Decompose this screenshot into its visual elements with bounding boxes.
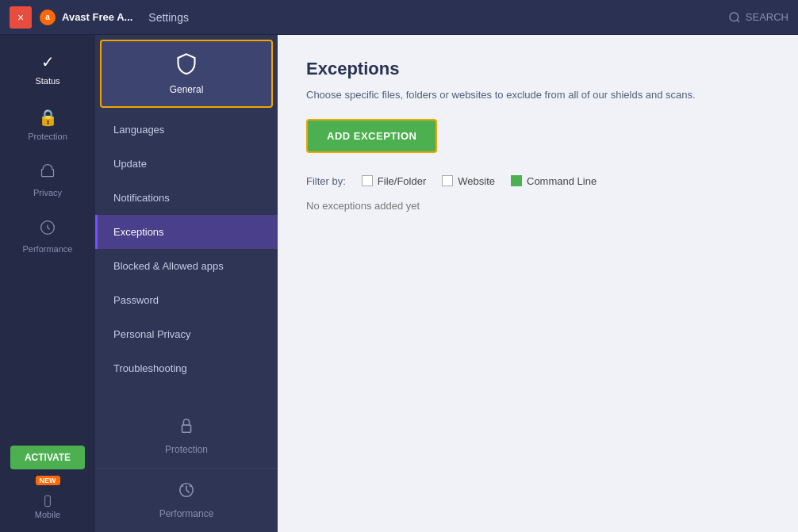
sidebar-item-privacy[interactable]: Privacy bbox=[0, 152, 95, 209]
submenu: Languages Update Notifications Exception… bbox=[95, 113, 278, 404]
page-title: Exceptions bbox=[306, 59, 769, 79]
submenu-languages[interactable]: Languages bbox=[95, 113, 278, 147]
file-folder-label: File/Folder bbox=[378, 175, 426, 187]
submenu-notifications[interactable]: Notifications bbox=[95, 181, 278, 215]
sidebar-item-status[interactable]: ✓ Status bbox=[0, 41, 95, 97]
mobile-icon bbox=[41, 495, 54, 507]
submenu-personal-privacy[interactable]: Personal Privacy bbox=[95, 317, 278, 351]
content-description: Choose specific files, folders or websit… bbox=[306, 87, 769, 103]
submenu-update[interactable]: Update bbox=[95, 147, 278, 181]
nav-protection-header[interactable]: Protection bbox=[95, 404, 278, 469]
filter-file-folder[interactable]: File/Folder bbox=[362, 175, 426, 187]
submenu-troubleshooting[interactable]: Troubleshooting bbox=[95, 351, 278, 385]
mobile-label: Mobile bbox=[35, 510, 60, 519]
privacy-icon bbox=[40, 163, 56, 183]
website-label: Website bbox=[458, 175, 495, 187]
status-icon: ✓ bbox=[41, 52, 55, 71]
nav-panel: General Languages Update Notifications E… bbox=[95, 35, 278, 532]
command-line-label: Command Line bbox=[527, 175, 597, 187]
svg-point-0 bbox=[730, 13, 739, 21]
icon-sidebar: ✓ Status 🔒 Protection Privacy bbox=[0, 35, 95, 532]
app-logo: a Avast Free A... bbox=[40, 10, 132, 25]
command-line-checkbox[interactable] bbox=[511, 175, 522, 186]
new-badge: NEW bbox=[36, 476, 60, 485]
filter-command-line[interactable]: Command Line bbox=[511, 175, 597, 187]
empty-message: No exceptions added yet bbox=[306, 200, 769, 212]
submenu-password[interactable]: Password bbox=[95, 283, 278, 317]
nav-performance-header[interactable]: Performance bbox=[95, 469, 278, 532]
svg-rect-3 bbox=[45, 496, 51, 506]
search-label: SEARCH bbox=[746, 11, 788, 23]
sidebar-privacy-label: Privacy bbox=[33, 188, 62, 197]
performance-nav-icon bbox=[178, 481, 195, 503]
sidebar-protection-label: Protection bbox=[28, 132, 67, 141]
svg-rect-5 bbox=[182, 425, 191, 432]
performance-sidebar-icon bbox=[40, 220, 56, 239]
nav-general-header[interactable]: General bbox=[100, 40, 273, 108]
protection-nav-label: Protection bbox=[165, 444, 208, 455]
activate-button[interactable]: ACTIVATE bbox=[10, 446, 85, 469]
protection-icon: 🔒 bbox=[38, 108, 58, 127]
main-content: ✓ Status 🔒 Protection Privacy bbox=[0, 35, 798, 532]
website-checkbox[interactable] bbox=[442, 175, 453, 186]
avast-icon: a bbox=[40, 10, 56, 25]
protection-nav-icon bbox=[178, 417, 195, 439]
sidebar-item-protection[interactable]: 🔒 Protection bbox=[0, 97, 95, 152]
submenu-blocked-allowed[interactable]: Blocked & Allowed apps bbox=[95, 249, 278, 283]
sidebar-item-mobile[interactable]: Mobile bbox=[29, 488, 67, 526]
filter-by-label: Filter by: bbox=[306, 175, 346, 187]
search-icon bbox=[728, 11, 741, 24]
general-shield-icon bbox=[175, 52, 198, 79]
window-title: Settings bbox=[132, 11, 727, 24]
svg-line-1 bbox=[737, 20, 739, 22]
submenu-exceptions[interactable]: Exceptions bbox=[95, 215, 278, 249]
title-bar: × a Avast Free A... Settings SEARCH bbox=[0, 0, 798, 35]
general-label: General bbox=[170, 84, 204, 95]
sidebar-status-label: Status bbox=[35, 76, 59, 86]
add-exception-button[interactable]: ADD EXCEPTION bbox=[306, 119, 437, 153]
sidebar-item-performance[interactable]: Performance bbox=[0, 209, 95, 265]
search-area[interactable]: SEARCH bbox=[728, 11, 788, 24]
content-area: Exceptions Choose specific files, folder… bbox=[278, 35, 798, 532]
close-button[interactable]: × bbox=[10, 6, 32, 29]
filter-section: Filter by: File/Folder Website Command L… bbox=[306, 175, 769, 187]
filter-website[interactable]: Website bbox=[442, 175, 495, 187]
app-name: Avast Free A... bbox=[62, 11, 132, 23]
performance-nav-label: Performance bbox=[159, 508, 214, 519]
sidebar-performance-label: Performance bbox=[23, 244, 73, 254]
file-folder-checkbox[interactable] bbox=[362, 175, 373, 186]
